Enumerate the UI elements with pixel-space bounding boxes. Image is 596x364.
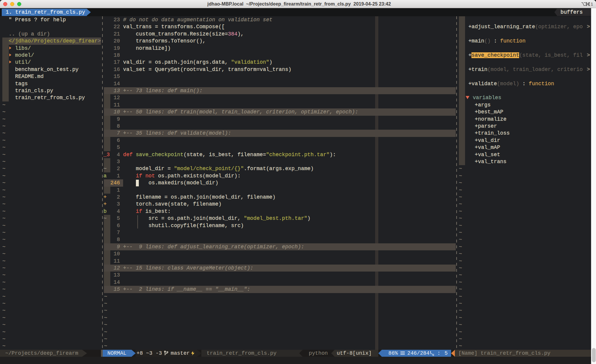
- svg-text:1: 1: [591, 2, 593, 6]
